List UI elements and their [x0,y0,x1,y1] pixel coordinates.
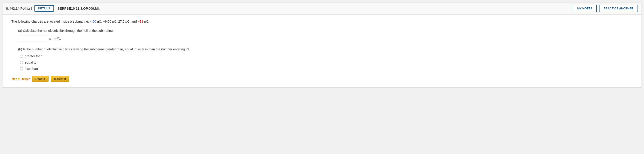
part-b: (b) Is the number of electric field line… [18,47,632,70]
part-b-label: (b) Is the number of electric field line… [18,47,632,52]
charge1-value: 4.00 [90,20,96,23]
part-a-label: (a) Calculate the net electric flux thro… [18,28,632,33]
need-help-section: Need Help? Read It Master It [12,76,632,82]
practice-another-button[interactable]: PRACTICE ANOTHER [599,5,638,12]
unit-nm: N · m [49,37,56,40]
question-num-digit: 8. [6,7,9,10]
radio-label-equal-to: equal to [25,61,36,64]
charge1-unit: μC, [96,20,103,23]
my-notes-button[interactable]: MY NOTES [573,5,597,12]
question-number: 8. [-/2.14 Points] [6,7,32,10]
radio-label-less-than: less than [25,67,38,71]
question-body: The following charges are located inside… [2,15,642,87]
charge2-text: −9.00 μC, 27.0 μC, and [103,20,138,23]
radio-greater-than[interactable] [20,55,23,58]
need-help-label: Need Help? [12,77,30,81]
radio-label-greater-than: greater than [25,54,42,58]
radio-item-equal-to[interactable]: equal to [20,61,632,64]
unit-suffix: /C [58,37,61,40]
radio-item-less-than[interactable]: less than [20,67,632,71]
unit-label: N · m2/C [49,37,61,41]
question-points: [-/2.14 Points] [10,7,32,10]
read-it-button[interactable]: Read It [32,76,48,82]
charge3-unit: μC. [143,20,149,23]
question-code: SERPSE10 23.3.OP.009.MI. [58,7,573,10]
radio-less-than[interactable] [20,67,23,70]
question-card: 8. [-/2.14 Points] DETAILS SERPSE10 23.3… [2,2,642,88]
details-button[interactable]: DETAILS [34,5,54,12]
charge3-value: −83 [138,20,143,23]
master-it-button[interactable]: Master It [51,76,69,82]
radio-group: greater than equal to less than [20,54,632,71]
radio-item-greater-than[interactable]: greater than [20,54,632,58]
radio-equal-to[interactable] [20,61,23,64]
header-buttons: MY NOTES PRACTICE ANOTHER [573,5,638,12]
part-a-input-row: N · m2/C [18,36,632,41]
outer-container: 8. [-/2.14 Points] DETAILS SERPSE10 23.3… [0,0,644,154]
question-header: 8. [-/2.14 Points] DETAILS SERPSE10 23.3… [2,3,642,15]
statement-prefix: The following charges are located inside… [12,20,90,23]
flux-answer-input[interactable] [18,36,47,41]
problem-statement: The following charges are located inside… [12,19,632,24]
part-a: (a) Calculate the net electric flux thro… [18,28,632,41]
